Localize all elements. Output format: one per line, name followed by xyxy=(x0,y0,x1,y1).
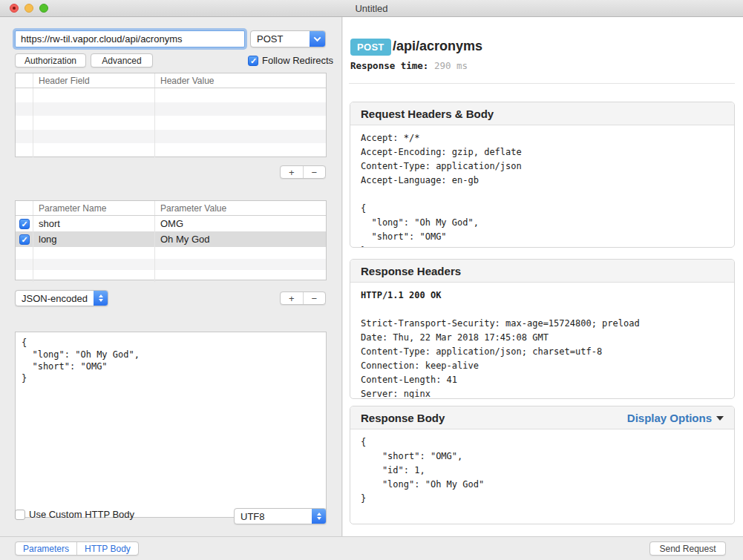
use-custom-body-label: Use Custom HTTP Body xyxy=(29,509,134,520)
chevron-down-icon xyxy=(310,31,325,47)
param-name[interactable]: long xyxy=(33,231,155,247)
response-headers-content: HTTP/1.1 200 OKStrict-Transport-Security… xyxy=(350,283,734,399)
status-line: HTTP/1.1 200 OK xyxy=(361,289,724,303)
table-row-short[interactable]: short OMG xyxy=(16,216,326,231)
headers-table-header: Header Field Header Value xyxy=(16,73,326,88)
add-parameter-button[interactable]: + xyxy=(281,292,304,304)
param-value[interactable]: OMG xyxy=(155,216,326,231)
follow-redirects-checkbox-row[interactable]: Follow Redirects xyxy=(248,55,333,66)
authorization-button[interactable]: Authorization xyxy=(15,53,86,67)
display-options-button[interactable]: Display Options xyxy=(627,412,724,424)
request-path: /api/acronyms xyxy=(393,39,482,54)
use-custom-body-checkbox-row[interactable]: Use Custom HTTP Body xyxy=(15,509,134,520)
window-title: Untitled xyxy=(355,3,387,14)
request-panel: POST Authorization Advanced Follow Redir… xyxy=(0,17,342,536)
caret-down-icon xyxy=(716,416,724,421)
divider xyxy=(349,83,735,84)
send-request-button[interactable]: Send Request xyxy=(649,541,726,556)
response-panel: POST /api/acronyms Response time: 290 ms… xyxy=(343,17,743,536)
header-value-column: Header Value xyxy=(155,73,326,88)
advanced-button[interactable]: Advanced xyxy=(91,53,153,67)
header-field-column: Header Field xyxy=(33,73,155,88)
charset-select[interactable]: UTF8 xyxy=(234,508,327,524)
response-headers-card: Response Headers HTTP/1.1 200 OKStrict-T… xyxy=(350,259,735,399)
checkbox-checked-icon[interactable] xyxy=(19,234,30,245)
parameters-table-header: Parameter Name Parameter Value xyxy=(16,201,326,216)
follow-redirects-label: Follow Redirects xyxy=(262,55,333,66)
popup-stepper-icon xyxy=(312,509,326,524)
url-input[interactable] xyxy=(15,30,245,47)
minimize-button-icon[interactable] xyxy=(24,4,33,13)
request-headers-body-card: Request Headers & Body Accept: */* Accep… xyxy=(350,102,735,248)
table-row xyxy=(16,143,326,157)
parameter-value-column: Parameter Value xyxy=(155,201,326,215)
zoom-button-icon[interactable] xyxy=(39,4,48,13)
method-badge: POST xyxy=(350,39,391,56)
response-headers-text: Strict-Transport-Security: max-age=15724… xyxy=(361,318,640,399)
headers-add-remove-control: + − xyxy=(280,165,326,179)
tab-parameters[interactable]: Parameters xyxy=(16,542,76,555)
remove-header-button[interactable]: − xyxy=(304,166,326,178)
add-header-button[interactable]: + xyxy=(281,166,304,178)
checkbox-unchecked-icon[interactable] xyxy=(15,510,25,520)
popup-stepper-icon xyxy=(94,291,108,306)
card-title: Request Headers & Body xyxy=(350,102,734,125)
charset-select-value: UTF8 xyxy=(235,511,312,522)
http-body-editor[interactable]: { "long": "Oh My God", "short": "OMG" } xyxy=(15,332,327,518)
params-add-remove-control: + − xyxy=(280,291,326,305)
table-row xyxy=(16,102,326,116)
response-body-card: Response Body Display Options { "short":… xyxy=(350,406,735,524)
checkbox-checked-icon[interactable] xyxy=(19,219,30,229)
titlebar[interactable]: Untitled xyxy=(0,0,743,17)
view-tabs: Parameters HTTP Body xyxy=(15,541,139,556)
tab-http-body[interactable]: HTTP Body xyxy=(76,542,138,555)
parameter-name-column: Parameter Name xyxy=(33,201,155,215)
table-row xyxy=(16,88,326,102)
remove-parameter-button[interactable]: − xyxy=(304,292,326,304)
table-row xyxy=(16,270,326,282)
method-select-value: POST xyxy=(251,33,310,45)
parameters-table[interactable]: Parameter Name Parameter Value short OMG… xyxy=(15,200,327,280)
bottom-toolbar: Parameters HTTP Body Send Request xyxy=(0,536,743,560)
table-row xyxy=(16,259,326,271)
table-row xyxy=(16,130,326,144)
card-title: Response Body xyxy=(361,412,445,424)
response-time-label: Response time: xyxy=(350,60,428,71)
app-window: Untitled POST Authorization Advanced Fol… xyxy=(0,0,743,560)
encoding-select-value: JSON-encoded xyxy=(16,293,94,304)
request-headers-body-content: Accept: */* Accept-Encoding: gzip, defla… xyxy=(350,125,734,248)
response-time: Response time: 290 ms xyxy=(350,60,468,71)
param-name[interactable]: short xyxy=(33,216,155,231)
card-title: Response Headers xyxy=(350,260,734,283)
window-controls xyxy=(10,4,48,13)
checkbox-checked-icon[interactable] xyxy=(248,56,258,66)
response-time-value: 290 ms xyxy=(434,60,468,71)
display-options-label: Display Options xyxy=(627,412,712,424)
encoding-select[interactable]: JSON-encoded xyxy=(15,290,108,306)
response-body-content: { "short": "OMG", "id": 1, "long": "Oh M… xyxy=(350,429,734,512)
table-row xyxy=(16,116,326,130)
param-value[interactable]: Oh My God xyxy=(155,231,326,247)
method-select[interactable]: POST xyxy=(250,30,326,47)
headers-table[interactable]: Header Field Header Value xyxy=(15,73,327,157)
table-row-long[interactable]: long Oh My God xyxy=(16,231,326,247)
table-row xyxy=(16,247,326,259)
close-button-icon[interactable] xyxy=(10,4,19,13)
